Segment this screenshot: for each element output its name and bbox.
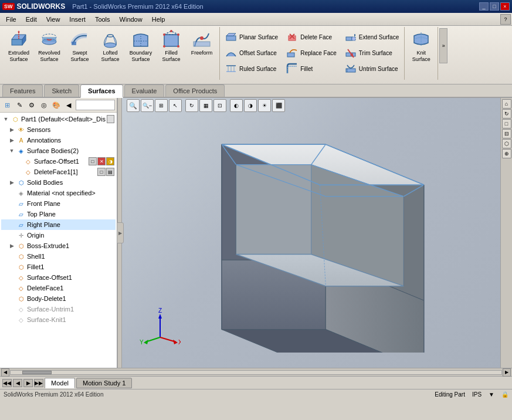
sensors-item[interactable]: ▶ 👁 Sensors <box>1 124 116 135</box>
surface-untrim1-item[interactable]: ◇ Surface-Untrim1 <box>1 304 116 314</box>
filled-surface-button[interactable]: FilledSurface <box>156 28 187 69</box>
select-filter-icon[interactable]: ↖ <box>169 99 182 112</box>
panel-separator[interactable]: ▶ <box>117 98 122 368</box>
collapse-panel-button[interactable]: ▶ <box>117 222 124 243</box>
annotations-expander[interactable]: ▶ <box>8 137 15 144</box>
deleteface1-feature-item[interactable]: ◇ DeleteFace1 <box>1 283 116 293</box>
appearance-icon[interactable]: ◑ <box>244 99 257 112</box>
view-home-icon[interactable]: ⌂ <box>502 99 511 109</box>
tab-sketch[interactable]: Sketch <box>44 84 79 97</box>
menu-edit[interactable]: Edit <box>21 13 42 25</box>
lighting-icon[interactable]: ☀ <box>258 99 271 112</box>
surface-bodies-item[interactable]: ▼ ◈ Surface Bodies(2) <box>1 145 116 156</box>
badge-hide[interactable]: ◑ <box>106 157 114 165</box>
freeform-button[interactable]: Freeform <box>187 28 217 69</box>
origin-item[interactable]: ✛ Origin <box>1 230 116 241</box>
config-manager-icon[interactable]: ⚙ <box>26 99 38 111</box>
surface-bodies-expander[interactable]: ▼ <box>8 147 15 154</box>
deleteface1-tree-item[interactable]: ◇ DeleteFace1[1] □ ▤ <box>1 167 116 177</box>
scroll-right-button[interactable]: ▶ <box>503 368 511 377</box>
badge-delete[interactable]: ✕ <box>97 157 106 165</box>
view-front-icon[interactable]: □ <box>502 119 511 128</box>
badge-opt2[interactable]: ▤ <box>106 168 114 176</box>
tab-evaluate[interactable]: Evaluate <box>124 84 165 97</box>
view-section-icon[interactable]: ⊟ <box>502 129 511 138</box>
view-isometric-icon[interactable]: ⬡ <box>502 139 511 148</box>
nav-next-button[interactable]: ▶ <box>23 379 33 387</box>
boss-extrude1-expander[interactable]: ▶ <box>8 242 15 249</box>
3d-viewport[interactable]: 🔍 🔍− ⊞ ↖ ↻ ▦ ⊡ ◐ ◑ ☀ ⬛ <box>122 98 512 368</box>
property-manager-icon[interactable]: ✎ <box>13 99 25 111</box>
trim-surface-button[interactable]: Trim Surface <box>342 45 402 60</box>
minimize-button[interactable]: _ <box>479 2 489 11</box>
tree-root[interactable]: ▼ ⬡ Part1 (Default<<Default>_Disp <box>1 114 116 124</box>
fillet-button[interactable]: Fillet <box>283 61 340 76</box>
scroll-left-button[interactable]: ◀ <box>1 368 9 377</box>
units-dropdown-icon[interactable]: ▼ <box>489 391 494 398</box>
display-state-icon[interactable] <box>107 115 114 123</box>
solid-bodies-expander[interactable]: ▶ <box>8 179 15 186</box>
top-plane-item[interactable]: ▱ Top Plane <box>1 209 116 219</box>
dim-expert-icon[interactable]: ◎ <box>38 99 50 111</box>
panel-options-icon[interactable]: ◀ <box>63 99 74 111</box>
menu-tools[interactable]: Tools <box>90 13 115 25</box>
zoom-fit-icon[interactable]: ⊞ <box>155 99 168 112</box>
rotate-view-icon[interactable]: ↻ <box>185 99 198 112</box>
planar-surface-button[interactable]: Planar Surface <box>222 29 281 45</box>
knit-surface-button[interactable]: KnitSurface <box>407 28 435 69</box>
boundary-surface-button[interactable]: BoundarySurface <box>126 28 156 69</box>
solid-bodies-item[interactable]: ▶ ⬡ Solid Bodies <box>1 177 116 188</box>
menu-insert[interactable]: Insert <box>65 13 90 25</box>
zoom-out-icon[interactable]: 🔍− <box>141 99 154 112</box>
appearance-icon[interactable]: 🎨 <box>50 99 62 111</box>
ruled-surface-button[interactable]: Ruled Surface <box>222 61 281 76</box>
scene-icon[interactable]: ⬛ <box>272 99 285 112</box>
menu-help[interactable]: Help <box>147 13 170 25</box>
swept-surface-button[interactable]: SweptSurface <box>65 28 95 69</box>
fillet1-item[interactable]: ⬡ Fillet1 <box>1 262 116 272</box>
menu-file[interactable]: File <box>1 13 21 25</box>
close-button[interactable]: × <box>500 2 510 11</box>
display-style-icon[interactable]: ◐ <box>230 99 243 112</box>
scroll-track[interactable] <box>10 370 502 375</box>
view-zoom-icon[interactable]: ⊕ <box>502 149 511 158</box>
menu-window[interactable]: Window <box>115 13 147 25</box>
tab-surfaces[interactable]: Surfaces <box>80 84 123 98</box>
revolved-surface-button[interactable]: RevolvedSurface <box>34 28 65 69</box>
body-delete1-item[interactable]: ⬡ Body-Delete1 <box>1 293 116 304</box>
nav-last-button[interactable]: ▶▶ <box>34 379 43 387</box>
expand-toolbar-icon[interactable]: » <box>439 28 447 63</box>
tab-features[interactable]: Features <box>2 84 43 97</box>
maximize-button[interactable]: □ <box>490 2 499 11</box>
lofted-surface-button[interactable]: LoftedSurface <box>95 28 126 69</box>
root-expander[interactable]: ▼ <box>2 116 9 123</box>
untrim-surface-button[interactable]: Untrim Surface <box>342 61 402 76</box>
menu-view[interactable]: View <box>42 13 65 25</box>
delete-face-button[interactable]: Delete Face <box>283 29 340 45</box>
surface-offset1-tree-item[interactable]: ◇ Surface-Offset1 □ ✕ ◑ <box>1 156 116 167</box>
right-plane-item[interactable]: ▱ Right Plane <box>1 219 116 230</box>
tab-motion-study-1[interactable]: Motion Study 1 <box>76 378 132 388</box>
zoom-in-icon[interactable]: 🔍 <box>127 99 140 112</box>
help-search-icon[interactable]: ? <box>500 14 511 25</box>
sensors-expander[interactable]: ▶ <box>8 126 15 133</box>
front-plane-item[interactable]: ▱ Front Plane <box>1 198 116 209</box>
nav-prev-button[interactable]: ◀ <box>13 379 22 387</box>
more-tools-button[interactable]: » <box>438 27 449 65</box>
scroll-thumb[interactable] <box>22 371 52 374</box>
badge-show2[interactable]: □ <box>97 168 106 176</box>
horizontal-scrollbar[interactable]: ◀ ▶ <box>0 368 512 376</box>
replace-face-button[interactable]: Replace Face <box>283 45 340 60</box>
extend-surface-button[interactable]: Extend Surface <box>342 29 402 45</box>
surface-knit1-item[interactable]: ◇ Surface-Knit1 <box>1 314 116 325</box>
surface-offset1-feature-item[interactable]: ◇ Surface-Offset1 <box>1 272 116 283</box>
boss-extrude1-item[interactable]: ▶ ⬡ Boss-Extrude1 <box>1 241 116 251</box>
offset-surface-button[interactable]: Offset Surface <box>222 45 281 60</box>
extruded-surface-button[interactable]: ExtrudedSurface <box>4 28 34 69</box>
filter-input[interactable] <box>76 100 115 110</box>
view-settings-icon[interactable]: ▦ <box>199 99 212 112</box>
tab-office-products[interactable]: Office Products <box>165 84 225 97</box>
shell1-item[interactable]: ⬡ Shell1 <box>1 251 116 262</box>
badge-show[interactable]: □ <box>89 157 97 165</box>
feature-manager-icon[interactable]: ⊞ <box>1 99 13 111</box>
